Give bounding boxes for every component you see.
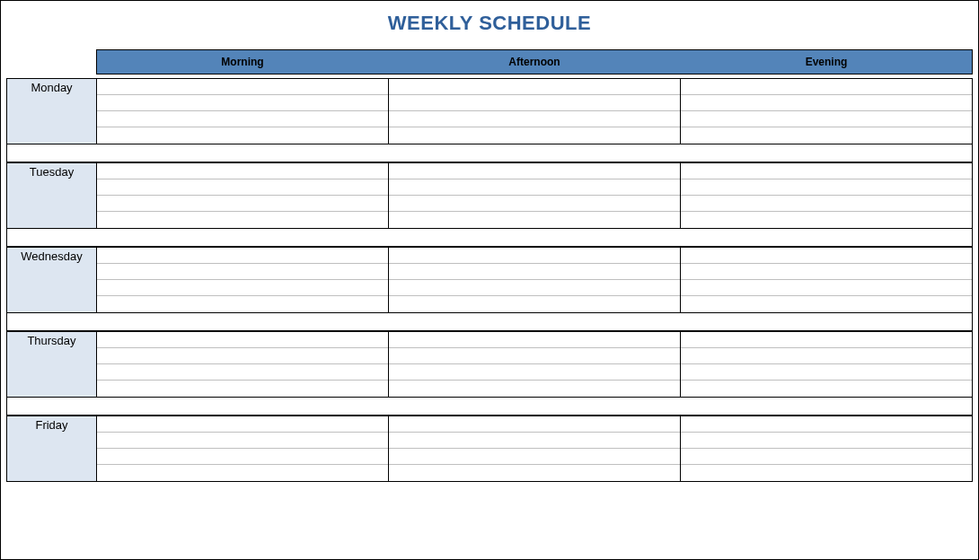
schedule-cell[interactable] xyxy=(681,348,972,364)
schedule-cell[interactable] xyxy=(389,433,680,449)
schedule-cell[interactable] xyxy=(681,280,972,296)
day-col-evening xyxy=(681,332,972,397)
schedule-page: WEEKLY SCHEDULE Morning Afternoon Evenin… xyxy=(0,0,979,560)
day-label-friday: Friday xyxy=(7,416,97,481)
schedule-cell[interactable] xyxy=(389,179,680,196)
schedule-cell[interactable] xyxy=(389,79,680,95)
day-col-morning xyxy=(97,163,389,228)
schedule-cell[interactable] xyxy=(97,465,388,481)
schedule-cell[interactable] xyxy=(97,364,388,381)
schedule-cell[interactable] xyxy=(681,163,972,179)
schedule-cell[interactable] xyxy=(389,364,680,381)
schedule-cell[interactable] xyxy=(389,296,680,312)
day-label-wednesday: Wednesday xyxy=(7,248,97,312)
schedule-cell[interactable] xyxy=(681,79,972,95)
day-grid xyxy=(97,416,972,481)
day-label-monday: Monday xyxy=(7,79,97,144)
day-col-afternoon xyxy=(389,163,681,228)
schedule-cell[interactable] xyxy=(681,179,972,196)
day-block-tuesday: Tuesday xyxy=(6,162,973,229)
schedule-cell[interactable] xyxy=(97,280,388,296)
schedule-cell[interactable] xyxy=(681,196,972,212)
schedule-cell[interactable] xyxy=(681,364,972,381)
schedule-cell[interactable] xyxy=(97,296,388,312)
day-block-wednesday: Wednesday xyxy=(6,247,973,313)
day-gap xyxy=(6,398,973,416)
day-label-tuesday: Tuesday xyxy=(7,163,97,228)
schedule-cell[interactable] xyxy=(389,332,680,348)
day-col-evening xyxy=(681,248,972,312)
schedule-cell[interactable] xyxy=(97,196,388,212)
schedule-cell[interactable] xyxy=(389,212,680,228)
day-grid xyxy=(97,79,972,144)
schedule-cell[interactable] xyxy=(681,111,972,127)
schedule-cell[interactable] xyxy=(389,111,680,127)
schedule-cell[interactable] xyxy=(389,280,680,296)
schedule-cell[interactable] xyxy=(681,127,972,144)
day-col-morning xyxy=(97,332,389,397)
schedule-cell[interactable] xyxy=(389,465,680,481)
schedule-cell[interactable] xyxy=(389,127,680,144)
day-gap xyxy=(6,313,973,331)
schedule-cell[interactable] xyxy=(97,212,388,228)
day-col-afternoon xyxy=(389,79,681,144)
header-evening: Evening xyxy=(681,50,972,74)
day-col-morning xyxy=(97,79,389,144)
schedule-cell[interactable] xyxy=(389,416,680,433)
schedule-cell[interactable] xyxy=(389,264,680,280)
schedule-cell[interactable] xyxy=(681,95,972,111)
day-col-afternoon xyxy=(389,332,681,397)
schedule-cell[interactable] xyxy=(97,163,388,179)
day-col-evening xyxy=(681,79,972,144)
day-col-morning xyxy=(97,248,389,312)
schedule-cell[interactable] xyxy=(97,416,388,433)
day-block-monday: Monday xyxy=(6,78,973,144)
schedule-cell[interactable] xyxy=(389,449,680,465)
day-grid xyxy=(97,248,972,312)
day-col-afternoon xyxy=(389,248,681,312)
schedule-cell[interactable] xyxy=(681,296,972,312)
schedule-cell[interactable] xyxy=(97,79,388,95)
schedule-cell[interactable] xyxy=(97,248,388,264)
schedule-cell[interactable] xyxy=(97,95,388,111)
schedule-cell[interactable] xyxy=(681,248,972,264)
schedule-cell[interactable] xyxy=(389,348,680,364)
schedule-cell[interactable] xyxy=(681,433,972,449)
header-spacer xyxy=(6,49,96,74)
schedule-cell[interactable] xyxy=(97,433,388,449)
schedule-cell[interactable] xyxy=(97,111,388,127)
schedule-cell[interactable] xyxy=(97,179,388,196)
schedule-cell[interactable] xyxy=(389,196,680,212)
day-block-friday: Friday xyxy=(6,416,973,482)
schedule-cell[interactable] xyxy=(681,465,972,481)
schedule-cell[interactable] xyxy=(97,127,388,144)
schedule-cell[interactable] xyxy=(681,416,972,433)
schedule-cell[interactable] xyxy=(389,381,680,397)
schedule-cell[interactable] xyxy=(389,163,680,179)
day-gap xyxy=(6,144,973,162)
day-grid xyxy=(97,332,972,397)
schedule-cell[interactable] xyxy=(97,264,388,280)
header-morning: Morning xyxy=(97,50,389,74)
schedule-cell[interactable] xyxy=(389,95,680,111)
schedule-cell[interactable] xyxy=(389,248,680,264)
schedule-cell[interactable] xyxy=(97,348,388,364)
day-label-thursday: Thursday xyxy=(7,332,97,397)
day-col-afternoon xyxy=(389,416,681,481)
day-col-evening xyxy=(681,163,972,228)
day-gap xyxy=(6,229,973,247)
schedule-cell[interactable] xyxy=(681,449,972,465)
schedule-cell[interactable] xyxy=(97,449,388,465)
day-col-morning xyxy=(97,416,389,481)
schedule-cell[interactable] xyxy=(681,332,972,348)
schedule-cell[interactable] xyxy=(681,264,972,280)
schedule-cell[interactable] xyxy=(97,381,388,397)
header-row: Morning Afternoon Evening xyxy=(6,49,973,74)
header-cells: Morning Afternoon Evening xyxy=(96,49,973,74)
day-col-evening xyxy=(681,416,972,481)
schedule-cell[interactable] xyxy=(681,381,972,397)
schedule-cell[interactable] xyxy=(681,212,972,228)
schedule-cell[interactable] xyxy=(97,332,388,348)
day-block-thursday: Thursday xyxy=(6,331,973,398)
day-grid xyxy=(97,163,972,228)
